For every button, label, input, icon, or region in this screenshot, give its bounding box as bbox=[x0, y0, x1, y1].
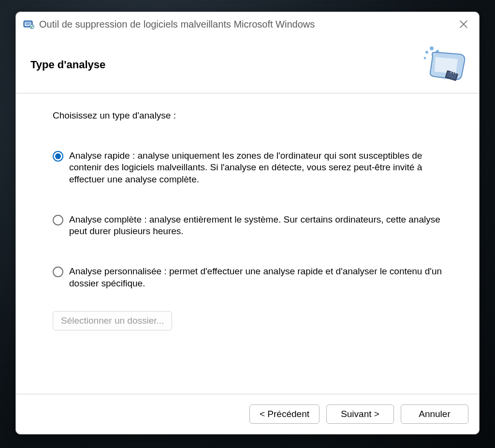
svg-point-6 bbox=[424, 57, 426, 59]
wizard-window: Outil de suppression de logiciels malvei… bbox=[15, 12, 480, 434]
prompt-text: Choisissez un type d'analyse : bbox=[53, 110, 450, 122]
svg-point-10 bbox=[453, 72, 454, 73]
window-title: Outil de suppression de logiciels malvei… bbox=[39, 19, 454, 30]
svg-point-9 bbox=[451, 72, 451, 73]
cancel-button[interactable]: Annuler bbox=[401, 404, 468, 424]
svg-point-3 bbox=[425, 51, 428, 54]
option-quick-label: Analyse rapide : analyse uniquement les … bbox=[69, 150, 450, 186]
wizard-footer: < Précédent Suivant > Annuler bbox=[16, 394, 479, 434]
wizard-content: Choisissez un type d'analyse : Analyse r… bbox=[16, 93, 479, 394]
close-icon bbox=[460, 20, 467, 28]
close-button[interactable] bbox=[454, 16, 473, 32]
option-custom-label: Analyse personnalisée : permet d'effectu… bbox=[69, 266, 450, 289]
select-folder-button: Sélectionner un dossier... bbox=[53, 311, 172, 331]
option-full-label: Analyse complète : analyse entièrement l… bbox=[69, 214, 450, 238]
page-heading: Type d'analyse bbox=[30, 59, 421, 71]
radio-quick[interactable] bbox=[53, 151, 63, 162]
option-custom-scan[interactable]: Analyse personnalisée : permet d'effectu… bbox=[53, 266, 450, 289]
svg-point-4 bbox=[430, 46, 434, 50]
hero-icon bbox=[421, 45, 467, 84]
app-icon bbox=[23, 18, 34, 30]
radio-custom[interactable] bbox=[53, 267, 63, 277]
option-full-scan[interactable]: Analyse complète : analyse entièrement l… bbox=[53, 214, 450, 238]
titlebar: Outil de suppression de logiciels malvei… bbox=[16, 12, 479, 36]
radio-full[interactable] bbox=[53, 215, 63, 225]
svg-point-11 bbox=[455, 73, 456, 74]
wizard-header: Type d'analyse bbox=[16, 36, 479, 93]
option-quick-scan[interactable]: Analyse rapide : analyse uniquement les … bbox=[53, 150, 450, 186]
back-button[interactable]: < Précédent bbox=[249, 404, 320, 424]
next-button[interactable]: Suivant > bbox=[326, 404, 394, 424]
